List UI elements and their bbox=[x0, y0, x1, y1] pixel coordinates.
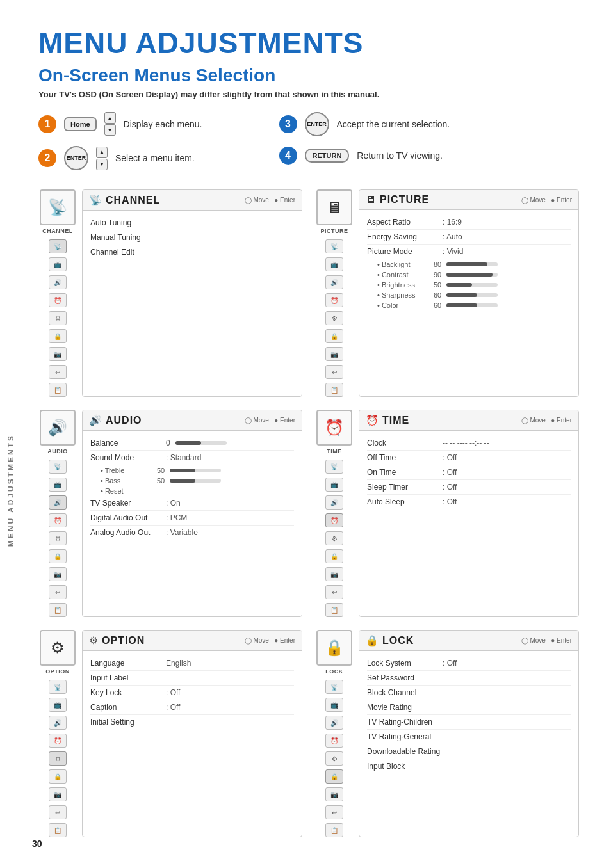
menu-item[interactable]: Auto Tuning bbox=[90, 216, 294, 230]
menu-sidebar-icons-option: 📡📺🔊⏰⚙🔒📷↩📋 bbox=[49, 680, 67, 837]
menu-item[interactable]: Sleep Timer: Off bbox=[367, 480, 571, 495]
menu-item-value: : Off bbox=[443, 468, 457, 477]
menu-item-value: : Off bbox=[443, 483, 457, 492]
menu-item[interactable]: Initial Setting bbox=[90, 715, 294, 729]
sidebar-icon-1[interactable]: 📺 bbox=[49, 698, 67, 712]
menu-item[interactable]: Digital Audio Out: PCM bbox=[90, 511, 294, 526]
sidebar-icon-8[interactable]: 📋 bbox=[325, 383, 343, 397]
menu-item[interactable]: Energy Saving: Auto bbox=[367, 230, 571, 245]
sidebar-icon-3[interactable]: ⏰ bbox=[49, 293, 67, 307]
sidebar-icon-8[interactable]: 📋 bbox=[325, 603, 343, 617]
menu-header-title-channel: CHANNEL bbox=[106, 195, 160, 206]
sidebar-icon-0[interactable]: 📡 bbox=[325, 680, 343, 694]
sidebar-icon-7[interactable]: ↩ bbox=[49, 585, 67, 599]
sidebar-icon-5[interactable]: 🔒 bbox=[325, 329, 343, 343]
menu-sub-item-label: • Bass bbox=[101, 477, 152, 485]
sidebar-icon-0[interactable]: 📡 bbox=[325, 239, 343, 253]
sidebar-icon-8[interactable]: 📋 bbox=[49, 603, 67, 617]
menu-item[interactable]: Input Block bbox=[367, 759, 571, 773]
menu-item[interactable]: Movie Rating bbox=[367, 700, 571, 715]
sidebar-icon-5[interactable]: 🔒 bbox=[49, 329, 67, 343]
menu-sub-item-value: 50 bbox=[157, 467, 165, 474]
menu-item[interactable]: Lock System: Off bbox=[367, 656, 571, 671]
sidebar-icon-4[interactable]: ⚙ bbox=[49, 311, 67, 325]
sidebar-icon-8[interactable]: 📋 bbox=[49, 823, 67, 837]
sidebar-icon-6[interactable]: 📷 bbox=[325, 347, 343, 361]
sidebar-icon-5[interactable]: 🔒 bbox=[325, 769, 343, 784]
sidebar-icon-6[interactable]: 📷 bbox=[49, 567, 67, 581]
menu-item[interactable]: Sound Mode: Standard bbox=[90, 451, 294, 465]
sidebar-icon-3[interactable]: ⏰ bbox=[49, 734, 67, 748]
sidebar-icon-1[interactable]: 📺 bbox=[325, 478, 343, 492]
sidebar-icon-6[interactable]: 📷 bbox=[49, 787, 67, 801]
menu-item[interactable]: Channel Edit bbox=[90, 245, 294, 259]
sidebar-icon-5[interactable]: 🔒 bbox=[325, 549, 343, 563]
menu-item[interactable]: Aspect Ratio: 16:9 bbox=[367, 215, 571, 230]
menu-item[interactable]: Downloadable Rating bbox=[367, 744, 571, 759]
sidebar-icon-7[interactable]: ↩ bbox=[325, 585, 343, 599]
sidebar-icon-6[interactable]: 📷 bbox=[49, 347, 67, 361]
menu-item[interactable]: Block Channel bbox=[367, 686, 571, 700]
menu-sub-item: • Sharpness60 bbox=[367, 290, 571, 300]
menu-item[interactable]: Off Time: Off bbox=[367, 451, 571, 465]
sidebar-icon-7[interactable]: ↩ bbox=[325, 805, 343, 819]
sidebar-icon-7[interactable]: ↩ bbox=[49, 805, 67, 819]
menu-item[interactable]: Input Label bbox=[90, 671, 294, 686]
sidebar-icon-3[interactable]: ⏰ bbox=[325, 734, 343, 748]
menu-item[interactable]: Caption: Off bbox=[90, 700, 294, 715]
menu-item[interactable]: Auto Sleep: Off bbox=[367, 495, 571, 509]
sidebar-icon-0[interactable]: 📡 bbox=[325, 460, 343, 474]
sidebar-icon-3[interactable]: ⏰ bbox=[325, 293, 343, 307]
menu-item[interactable]: TV Speaker: On bbox=[90, 496, 294, 511]
sidebar-icon-2[interactable]: 🔊 bbox=[49, 275, 67, 289]
menu-item[interactable]: TV Rating-General bbox=[367, 730, 571, 744]
menu-item[interactable]: Balance0 bbox=[90, 436, 294, 451]
sidebar-icon-1[interactable]: 📺 bbox=[49, 257, 67, 271]
menu-item[interactable]: Analog Audio Out: Variable bbox=[90, 526, 294, 540]
menu-icon-col-audio: 🔊AUDIO📡📺🔊⏰⚙🔒📷↩📋 bbox=[38, 410, 77, 617]
menu-item[interactable]: Clock-- -- ---- --:-- -- bbox=[367, 436, 571, 451]
menu-icon-label-option: OPTION bbox=[45, 668, 70, 675]
menu-item-value: : Standard bbox=[166, 453, 201, 462]
sidebar-icon-1[interactable]: 📺 bbox=[325, 698, 343, 712]
progress-bar-bg bbox=[170, 479, 221, 483]
sidebar-icon-4[interactable]: ⚙ bbox=[49, 531, 67, 545]
sidebar-icon-6[interactable]: 📷 bbox=[325, 787, 343, 801]
sidebar-icon-4[interactable]: ⚙ bbox=[49, 751, 67, 766]
menu-item[interactable]: Manual Tuning bbox=[90, 230, 294, 245]
menu-item[interactable]: On Time: Off bbox=[367, 465, 571, 480]
menu-header-icon-channel: 📡 bbox=[89, 194, 102, 206]
sidebar-icon-4[interactable]: ⚙ bbox=[325, 311, 343, 325]
sidebar-icon-2[interactable]: 🔊 bbox=[325, 495, 343, 510]
sidebar-icon-0[interactable]: 📡 bbox=[49, 460, 67, 474]
sidebar-icon-2[interactable]: 🔊 bbox=[325, 275, 343, 289]
sidebar-icon-4[interactable]: ⚙ bbox=[325, 751, 343, 766]
sidebar-icon-3[interactable]: ⏰ bbox=[325, 513, 343, 527]
sidebar-icon-8[interactable]: 📋 bbox=[325, 823, 343, 837]
menu-item[interactable]: Picture Mode: Vivid bbox=[367, 245, 571, 259]
sidebar-icon-5[interactable]: 🔒 bbox=[49, 549, 67, 563]
step-badge-2: 2 bbox=[38, 149, 56, 167]
sidebar-icon-4[interactable]: ⚙ bbox=[325, 531, 343, 545]
sidebar-icon-7[interactable]: ↩ bbox=[49, 365, 67, 379]
menu-item[interactable]: Key Lock: Off bbox=[90, 686, 294, 700]
menu-sidebar-icons-time: 📡📺🔊⏰⚙🔒📷↩📋 bbox=[325, 460, 343, 617]
time-icon: ⏰ bbox=[325, 419, 344, 437]
sidebar-icon-0[interactable]: 📡 bbox=[49, 239, 67, 253]
menu-header-title-option: OPTION bbox=[102, 635, 145, 647]
menu-item[interactable]: LanguageEnglish bbox=[90, 656, 294, 671]
sidebar-icon-2[interactable]: 🔊 bbox=[325, 716, 343, 730]
sidebar-icon-1[interactable]: 📺 bbox=[49, 478, 67, 492]
sidebar-icon-0[interactable]: 📡 bbox=[49, 680, 67, 694]
sidebar-icon-2[interactable]: 🔊 bbox=[49, 495, 67, 510]
sidebar-icon-8[interactable]: 📋 bbox=[49, 383, 67, 397]
menu-item[interactable]: TV Rating-Children bbox=[367, 715, 571, 730]
sidebar-icon-3[interactable]: ⏰ bbox=[49, 513, 67, 527]
sidebar-icon-5[interactable]: 🔒 bbox=[49, 769, 67, 784]
sidebar-icon-1[interactable]: 📺 bbox=[325, 257, 343, 271]
sidebar-icon-6[interactable]: 📷 bbox=[325, 567, 343, 581]
sidebar-icon-2[interactable]: 🔊 bbox=[49, 716, 67, 730]
menu-item[interactable]: Set Password bbox=[367, 671, 571, 686]
sidebar-icon-7[interactable]: ↩ bbox=[325, 365, 343, 379]
menu-panel-option: ⚙OPTION📡📺🔊⏰⚙🔒📷↩📋⚙OPTION◯ Move ● EnterLan… bbox=[38, 630, 302, 837]
